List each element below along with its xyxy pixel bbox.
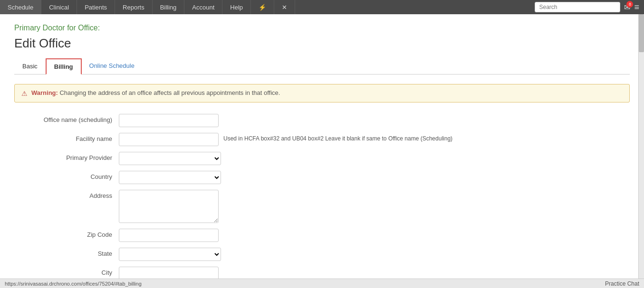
tab-basic[interactable]: Basic [14,58,46,74]
page-title: Edit Office [14,36,630,51]
tabs-container: Basic Billing Online Schedule [14,58,630,74]
zip-code-input[interactable] [119,229,219,242]
warning-message: Changing the address of an office affect… [59,89,280,96]
warning-box: ⚠ Warning: Changing the address of an of… [14,84,630,102]
edit-office-form: Office name (scheduling) Facility name U… [14,114,630,288]
status-bar: https://srinivasasai.drchrono.com/office… [0,279,644,288]
hamburger-icon[interactable]: ≡ [634,2,639,12]
warning-label: Warning: [31,89,58,96]
city-input[interactable] [119,267,219,280]
top-navigation: Schedule Clinical Patients Reports Billi… [0,0,644,14]
city-label: City [14,267,119,276]
mail-badge: 8 [626,1,633,8]
address-textarea[interactable] [119,190,219,223]
mail-icon-wrap[interactable]: ✉ 8 [624,3,630,12]
zip-code-row: Zip Code [14,229,630,242]
facility-name-hint: Used in HCFA box#32 and UB04 box#2 Leave… [223,133,452,142]
practice-chat[interactable]: Practice Chat [605,280,639,287]
search-input[interactable] [535,2,620,12]
facility-name-input[interactable] [119,133,219,146]
nav-account[interactable]: Account [184,0,222,14]
tab-billing[interactable]: Billing [46,58,82,74]
nav-clinical[interactable]: Clinical [41,0,77,14]
primary-provider-label: Primary Provider [14,152,119,161]
address-row: Address [14,190,630,223]
nav-help[interactable]: Help [222,0,251,14]
office-name-row: Office name (scheduling) [14,114,630,127]
state-select[interactable] [119,248,221,261]
primary-doctor-label: Primary Doctor for Office: [14,24,630,32]
nav-patients[interactable]: Patients [77,0,115,14]
country-select[interactable] [119,171,221,184]
tab-online-schedule[interactable]: Online Schedule [82,58,142,74]
zip-code-label: Zip Code [14,229,119,238]
nav-lightning[interactable]: ⚡ [251,0,274,14]
warning-icon: ⚠ [21,90,28,97]
status-url: https://srinivasasai.drchrono.com/office… [5,281,142,287]
nav-reports[interactable]: Reports [115,0,153,14]
scrollbar[interactable] [638,14,644,279]
nav-billing[interactable]: Billing [153,0,185,14]
address-label: Address [14,190,119,199]
office-name-input[interactable] [119,114,219,127]
city-row: City [14,267,630,280]
nav-schedule[interactable]: Schedule [0,0,41,14]
nav-close[interactable]: ✕ [274,0,295,14]
primary-provider-select[interactable] [119,152,221,165]
primary-provider-row: Primary Provider [14,152,630,165]
country-label: Country [14,171,119,180]
facility-name-label: Facility name [14,133,119,142]
state-label: State [14,248,119,257]
country-row: Country [14,171,630,184]
main-content: Primary Doctor for Office: Edit Office B… [0,14,644,288]
scroll-thumb[interactable] [639,14,644,52]
state-row: State [14,248,630,261]
office-name-label: Office name (scheduling) [14,114,119,123]
facility-name-row: Facility name Used in HCFA box#32 and UB… [14,133,630,146]
